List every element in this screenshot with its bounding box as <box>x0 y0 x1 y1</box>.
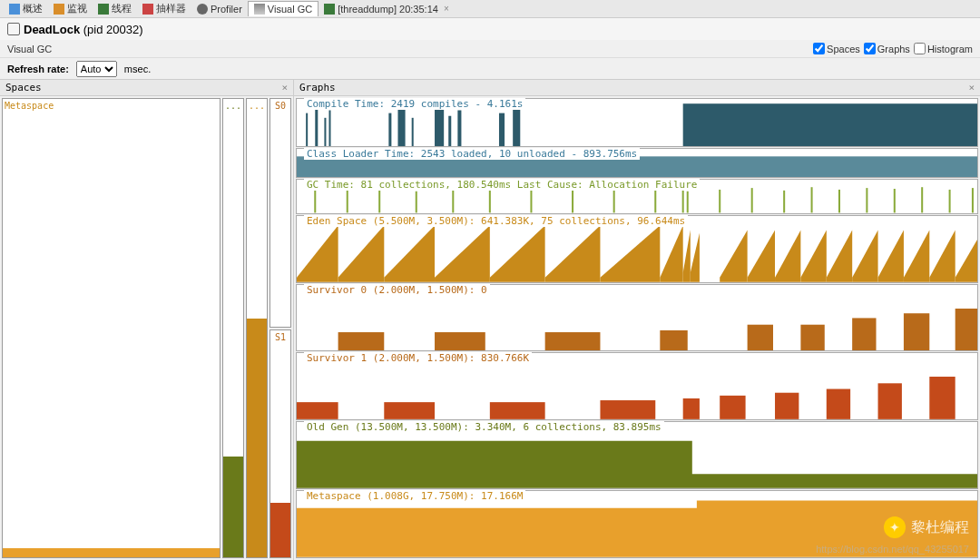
svg-marker-49 <box>800 230 826 281</box>
svg-marker-46 <box>720 230 747 281</box>
old-fill <box>223 457 243 557</box>
watermark: ✦ 黎杜编程 <box>884 516 969 538</box>
svg-rect-56 <box>338 332 385 351</box>
checkbox-graphs[interactable]: Graphs <box>864 43 910 54</box>
svg-rect-62 <box>852 318 876 350</box>
pid-label: (pid 20032) <box>83 23 143 36</box>
svg-marker-40 <box>490 225 545 281</box>
svg-rect-9 <box>457 110 461 146</box>
graph-s0: Survivor 0 (2.000M, 1.500M): 0 <box>296 284 978 352</box>
svg-marker-52 <box>878 230 904 281</box>
space-s1: S1 <box>270 329 291 559</box>
s1-fill <box>270 503 290 557</box>
watermark-url: https://blog.csdn.net/qq_43255017 <box>816 544 969 555</box>
svg-rect-71 <box>775 393 799 419</box>
svg-rect-73 <box>878 384 902 420</box>
svg-marker-44 <box>683 230 691 281</box>
svg-marker-43 <box>660 225 682 281</box>
svg-rect-57 <box>435 332 485 351</box>
svg-marker-75 <box>297 441 977 488</box>
title-bar: DeadLock (pid 20032) <box>0 18 980 40</box>
svg-rect-59 <box>660 330 687 351</box>
svg-marker-53 <box>904 230 929 281</box>
svg-marker-48 <box>775 230 800 281</box>
checkbox-histogram[interactable]: Histogram <box>914 43 973 54</box>
svg-marker-55 <box>956 240 977 282</box>
refresh-label: Refresh rate: <box>7 64 69 74</box>
view-checkboxes: Spaces Graphs Histogram <box>813 43 973 54</box>
spaces-panel: Spaces × Metaspace ... ... S0 S1 <box>0 80 294 560</box>
tab-visual-gc[interactable]: Visual GC <box>248 1 318 16</box>
graph-s1: Survivor 1 (2.000M, 1.500M): 830.766K <box>296 352 978 420</box>
svg-rect-65 <box>297 403 338 420</box>
svg-rect-0 <box>306 113 308 146</box>
tab-threads[interactable]: 线程 <box>93 0 137 17</box>
svg-rect-67 <box>490 403 545 420</box>
svg-rect-1 <box>315 108 318 146</box>
tab-monitor[interactable]: 监视 <box>48 0 93 17</box>
graph-oldgen: Old Gen (13.500M, 13.500M): 3.340M, 6 co… <box>296 421 978 489</box>
close-icon[interactable]: × <box>281 82 288 93</box>
graph-compile: Compile Time: 2419 compiles - 4.161s <box>296 98 978 147</box>
space-metaspace: Metaspace <box>2 98 220 558</box>
refresh-bar: Refresh rate: Auto msec. <box>0 58 980 80</box>
space-old: ... <box>222 98 244 558</box>
svg-marker-42 <box>600 225 660 281</box>
tab-profiler[interactable]: Profiler <box>191 2 248 16</box>
tab-threaddump[interactable]: [threaddump] 20:35:14× <box>318 2 455 16</box>
svg-marker-36 <box>297 225 338 281</box>
svg-marker-39 <box>435 225 490 281</box>
subtitle-bar: Visual GC Spaces Graphs Histogram <box>0 40 980 58</box>
svg-rect-68 <box>600 400 655 419</box>
monitor-icon <box>54 4 64 15</box>
profiler-icon <box>197 4 208 15</box>
svg-rect-72 <box>827 389 850 419</box>
svg-marker-45 <box>691 232 700 281</box>
svg-rect-5 <box>397 106 405 146</box>
svg-marker-38 <box>384 225 435 281</box>
svg-marker-54 <box>929 230 955 281</box>
svg-rect-7 <box>435 108 444 146</box>
svg-marker-50 <box>827 230 852 281</box>
svg-marker-47 <box>748 230 775 281</box>
threaddump-icon <box>324 4 335 15</box>
spaces-body: Metaspace ... ... S0 S1 <box>0 96 293 560</box>
graph-gc: GC Time: 81 collections, 180.540ms Last … <box>296 179 978 213</box>
svg-marker-37 <box>338 225 385 281</box>
refresh-icon[interactable] <box>7 23 20 35</box>
threads-icon <box>98 4 109 15</box>
tabs-bar: 概述 监视 线程 抽样器 Profiler Visual GC [threadd… <box>0 0 980 18</box>
svg-rect-10 <box>499 113 505 146</box>
spaces-header: Spaces × <box>0 80 293 96</box>
svg-rect-8 <box>448 116 451 146</box>
refresh-select[interactable]: Auto <box>76 61 117 77</box>
space-s0: S0 <box>270 98 291 328</box>
tab-overview[interactable]: 概述 <box>4 0 48 17</box>
overview-icon <box>9 4 20 15</box>
close-icon[interactable]: × <box>968 82 975 93</box>
eden-fill <box>247 319 267 557</box>
svg-rect-64 <box>956 309 977 351</box>
svg-rect-58 <box>545 332 601 351</box>
graph-classloader: Class Loader Time: 2543 loaded, 10 unloa… <box>296 148 978 178</box>
graphs-body: Compile Time: 2419 compiles - 4.161s Cla… <box>294 96 980 560</box>
tab-sampler[interactable]: 抽样器 <box>137 0 191 17</box>
svg-rect-63 <box>904 313 929 351</box>
metaspace-fill <box>3 548 220 557</box>
svg-rect-66 <box>384 403 435 420</box>
svg-marker-51 <box>852 230 877 281</box>
svg-rect-61 <box>800 324 824 350</box>
svg-rect-60 <box>748 324 773 350</box>
graphs-panel: Graphs × Compile Time: 2419 compiles - 4… <box>294 80 980 560</box>
svg-rect-3 <box>328 110 330 146</box>
svg-rect-11 <box>513 108 520 146</box>
svg-rect-2 <box>324 118 326 146</box>
app-name: DeadLock <box>24 23 80 36</box>
checkbox-spaces[interactable]: Spaces <box>813 43 860 54</box>
svg-rect-4 <box>388 113 391 146</box>
svg-rect-12 <box>683 103 977 146</box>
main: Spaces × Metaspace ... ... S0 S1 <box>0 80 980 560</box>
svg-rect-74 <box>929 377 955 419</box>
visualgc-icon <box>254 4 265 15</box>
close-icon[interactable]: × <box>444 4 449 14</box>
